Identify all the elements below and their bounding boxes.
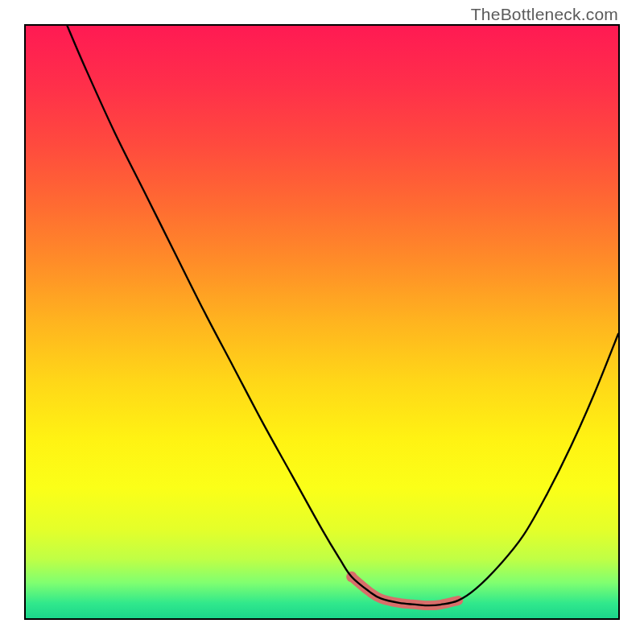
watermark-text: TheBottleneck.com (471, 5, 618, 24)
chart-container: TheBottleneck.com (0, 0, 644, 644)
gradient-background (26, 26, 618, 618)
plot-area (24, 24, 620, 620)
svg-rect-0 (26, 26, 618, 618)
